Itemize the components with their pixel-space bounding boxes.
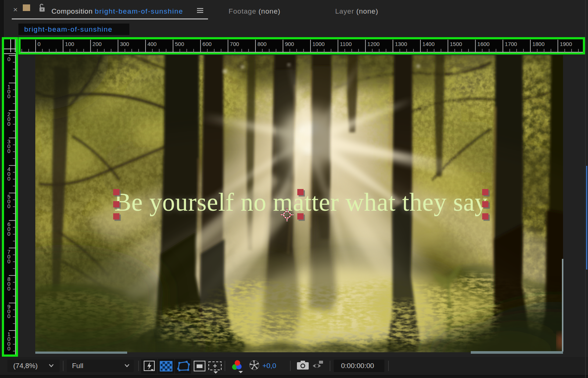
svg-text:0: 0: [7, 258, 10, 264]
svg-text:700: 700: [230, 41, 239, 47]
svg-text:800: 800: [257, 41, 266, 47]
svg-text:900: 900: [285, 41, 294, 47]
svg-text:200: 200: [93, 41, 102, 47]
svg-text:1200: 1200: [368, 41, 380, 47]
svg-text:0: 0: [7, 93, 10, 99]
svg-text:0: 0: [7, 56, 10, 62]
svg-text:600: 600: [202, 41, 212, 47]
svg-text:0: 0: [7, 175, 10, 182]
svg-text:400: 400: [147, 41, 157, 47]
svg-text:0: 0: [7, 285, 10, 292]
svg-text:300: 300: [120, 41, 129, 47]
svg-text:500: 500: [175, 41, 184, 47]
svg-text:0: 0: [7, 121, 10, 127]
svg-text:0: 0: [7, 203, 10, 209]
svg-text:0: 0: [7, 345, 10, 352]
svg-text:1400: 1400: [422, 41, 434, 47]
svg-text:0: 0: [7, 313, 10, 319]
svg-text:0: 0: [7, 148, 10, 154]
svg-text:1800: 1800: [532, 41, 544, 47]
svg-text:1300: 1300: [395, 41, 407, 47]
svg-text:1600: 1600: [477, 41, 490, 47]
svg-text:100: 100: [65, 41, 74, 47]
svg-text:1100: 1100: [340, 41, 352, 47]
svg-text:1000: 1000: [312, 41, 325, 47]
svg-text:1900: 1900: [560, 41, 572, 47]
svg-text:0: 0: [37, 41, 40, 47]
svg-text:1500: 1500: [450, 41, 462, 47]
svg-text:1700: 1700: [505, 41, 517, 47]
svg-text:0: 0: [7, 231, 10, 237]
